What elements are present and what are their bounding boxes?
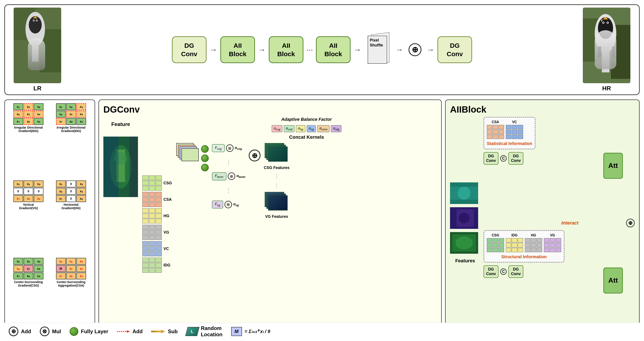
- lower-dgconv-1: DGConv: [484, 265, 498, 278]
- svg-point-21: [603, 22, 604, 23]
- lower-dgconv-2: DGConv: [508, 265, 523, 278]
- vg-small-grid: [544, 238, 561, 252]
- factor-conv: αconv: [317, 125, 330, 132]
- upper-path: CSA VC: [484, 117, 600, 216]
- output-dots: ⋮: [264, 173, 290, 179]
- m-symbol: M: [231, 327, 242, 336]
- feature-label: Feature: [111, 121, 130, 127]
- att-column: Att Att: [603, 117, 623, 329]
- gradient-item-idg1: x₁ x₂ x₃ x₄ x₅ x₆ x₇ x₈ x₉ Irregular Dir…: [8, 103, 49, 178]
- svg-point-33: [458, 187, 470, 200]
- idg-kernel: [142, 258, 162, 273]
- fleom-chain: Fleom ⊗ αleom: [212, 172, 246, 180]
- all-block-3: AII Block: [316, 36, 350, 63]
- idg2-label: Irregular DirectionalGradient(IDG): [57, 126, 86, 133]
- legend-mul: ⊗ Mul: [40, 327, 61, 336]
- idg-kernel-label: IDG: [164, 263, 170, 268]
- hg-grid: x₁ 0 x₃ x₄ 0 x₆ x₇ 0 x₉: [56, 180, 86, 202]
- mul-label: Mul: [52, 329, 61, 335]
- interact-label: Interact: [562, 220, 578, 226]
- pipeline-container: DG Conv → AII Block → AII Block ··· AII …: [61, 33, 583, 66]
- mul-vg: ⊗: [224, 201, 232, 208]
- svg-rect-24: [612, 46, 615, 57]
- hg-sm-label: HG: [525, 233, 542, 237]
- big-plus-area: ⊕: [249, 150, 260, 161]
- csg-small-grid: [487, 238, 504, 252]
- fully-circles: [201, 145, 209, 171]
- fcsg-chain: Fcsg ⊗ αcsg: [212, 144, 246, 152]
- hg-small-grid: [525, 238, 542, 252]
- vg-sm-label: VG: [544, 233, 561, 237]
- feature-image: [103, 137, 138, 197]
- pixel-shuffle-container: Pixel Shuffle: [366, 33, 390, 66]
- svg-point-4: [29, 16, 42, 33]
- fc-circle-1: [201, 145, 209, 153]
- svg-point-9: [33, 20, 34, 21]
- kernel-stack-column: CSG CSA: [142, 119, 172, 329]
- m-formula-label: = Σᵢ₌₁⁹ xᵢ / 9: [244, 329, 270, 334]
- stacked-kernels-area: Fcsg ⊗ αcsg ⋮ Fleom ⊗ αleom ⋮: [176, 143, 437, 219]
- structural-grids: CSG IDG: [487, 233, 561, 252]
- fc-circle-3: [201, 164, 209, 171]
- csa-label: Center-SurroundingAggregation(CSA): [57, 280, 86, 287]
- arrow-5: →: [427, 45, 434, 54]
- hg-kernel-label: HG: [164, 214, 169, 218]
- mul-leom: ⊗: [228, 172, 235, 180]
- add-circle-top: ⊕: [408, 43, 422, 56]
- dg-conv-box-2: DG Conv: [438, 36, 472, 63]
- random-location-L-symbol: L: [185, 327, 200, 336]
- upper-dgconv-row: DGConv C DGConv: [484, 152, 600, 165]
- lower-path: CSG IDG: [484, 230, 600, 329]
- svg-point-39: [456, 236, 473, 249]
- svg-rect-42: [151, 331, 162, 332]
- gradient-item-csg: x₁ x₂ x₃ x₄ x₅ x₆ x₇ x₈ x₉ Center-Surrou…: [8, 258, 49, 333]
- lr-label: LR: [33, 85, 41, 92]
- fvg-chain: Fvg ⊗ αvg: [212, 201, 246, 209]
- fully-layer-symbol: [70, 327, 78, 336]
- dg-conv-box-1: DG Conv: [172, 36, 206, 63]
- legend-dashed-add: Add: [117, 329, 143, 335]
- lr-image: [14, 7, 61, 83]
- add-symbol: ⊕: [9, 327, 18, 336]
- svg-marker-43: [161, 330, 165, 333]
- arrow-3: →: [354, 45, 361, 54]
- vc-kernel-label: VC: [164, 247, 169, 251]
- factor-csg: αcsg: [272, 125, 282, 132]
- svg-rect-23: [598, 46, 601, 57]
- idg-kernel-row: IDG: [142, 258, 172, 273]
- upper-dgconv-2: DGConv: [508, 152, 523, 165]
- middle-dots-2: ⋮: [212, 187, 246, 194]
- hr-container: HR: [583, 7, 630, 92]
- stacked-layers: [176, 143, 198, 162]
- middle-panel-dgconv: DGConv Feature: [98, 99, 442, 337]
- vg-grid: x₁ x₂ x₃ 0 0 0 x₇ x₈ x₉: [14, 180, 44, 202]
- svg-rect-16: [602, 46, 610, 72]
- dashed-add-label: Add: [132, 329, 143, 335]
- pixel-shuffle-visual: Pixel Shuffle: [366, 33, 390, 66]
- features-label: Features: [450, 258, 480, 264]
- vg-features-stack: VG Features: [264, 192, 290, 219]
- formula-chains: Fcsg ⊗ αcsg ⋮ Fleom ⊗ αleom ⋮: [212, 144, 246, 209]
- att-box-2: Att: [603, 268, 623, 294]
- csg-kernel-label: CSG: [164, 181, 172, 185]
- lr-container: LR: [14, 7, 61, 92]
- output-stacked-csg: [265, 143, 288, 165]
- vg-features-label: VG Features: [265, 214, 288, 219]
- att-box-1: Att: [603, 153, 623, 179]
- top-architecture-section: LR DG Conv → AII Block → AII Block ··· A…: [4, 4, 640, 95]
- gradient-item-idg2: x₁ x₂ x₃ x₄ x₅ x₆ x₇ x₈ x₉ Irregular Dir…: [51, 103, 91, 178]
- dots: ···: [306, 45, 313, 54]
- legend-add: ⊕ Add: [9, 327, 31, 336]
- lower-dgconv-row: DGConv C DGConv: [484, 265, 600, 278]
- formula-fcsg: Fcsg: [212, 144, 225, 152]
- hg-label: HorizontalGradient(HG): [62, 203, 81, 210]
- adaptive-label: Adaptive Balance Factor: [176, 117, 437, 122]
- vc-small-grid: [506, 125, 523, 139]
- csg-features-label: CSG Features: [264, 166, 290, 170]
- svg-point-22: [607, 22, 608, 23]
- idg1-label: Irregular DirectionalGradient(IDG): [14, 126, 43, 133]
- middle-dots: ⋮: [212, 159, 246, 166]
- feature-img-green: [450, 232, 478, 254]
- idg-small-grid: [506, 238, 523, 252]
- mul-csg: ⊗: [226, 144, 234, 152]
